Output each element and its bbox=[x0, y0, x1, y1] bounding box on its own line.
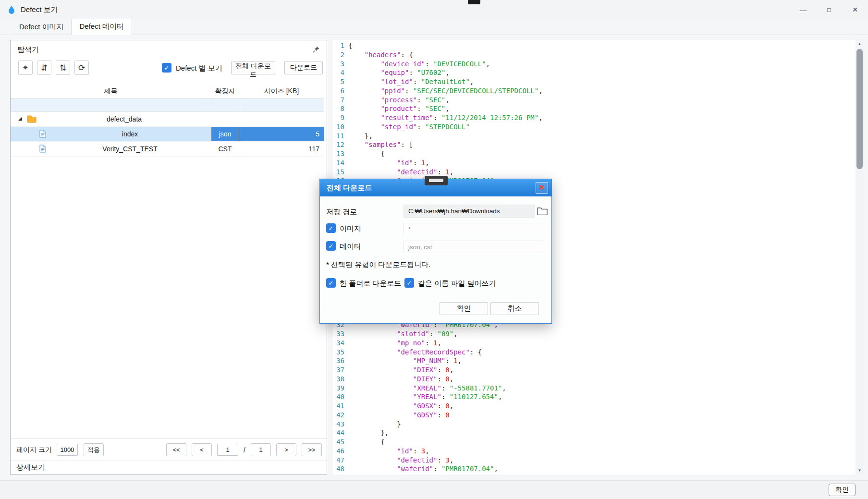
code-line: 38 "DIEY": 0, bbox=[333, 375, 856, 384]
column-header-ext[interactable]: 확장자 bbox=[211, 85, 239, 98]
code-token bbox=[348, 447, 397, 455]
explorer-title: 탐색기 bbox=[17, 45, 39, 54]
refresh-button[interactable]: ⟳ bbox=[74, 61, 89, 75]
total-pages: 1 bbox=[251, 443, 271, 456]
row-title: defect_data bbox=[37, 115, 211, 123]
line-number: 11 bbox=[333, 132, 344, 141]
dialog-close-button[interactable]: ✕ bbox=[536, 182, 548, 194]
code-token: "product" bbox=[380, 105, 417, 112]
tab-defect-data[interactable]: Defect 데이터 bbox=[72, 19, 133, 35]
line-number: 7 bbox=[333, 96, 344, 105]
code-token: : bbox=[441, 393, 450, 401]
overwrite-checkbox[interactable] bbox=[404, 278, 414, 288]
scrollbar-thumb[interactable] bbox=[856, 49, 863, 169]
collapse-all-button[interactable]: ⇅ bbox=[56, 61, 70, 75]
code-line: 46 "id": 3, bbox=[333, 447, 856, 456]
code-token bbox=[348, 69, 380, 76]
code-line: 9 "result_time": "11/12/2014 12:57:26 PM… bbox=[333, 113, 856, 122]
code-token bbox=[348, 96, 380, 104]
pagination-bar: 페이지 크기 적용 << < / 1 > >> bbox=[11, 438, 327, 461]
code-token bbox=[348, 168, 397, 176]
line-number: 5 bbox=[333, 77, 344, 86]
scroll-up-icon[interactable]: ▲ bbox=[856, 40, 864, 48]
next-page-button[interactable]: > bbox=[276, 443, 296, 456]
line-content: "lot_id": "DefaultLot", bbox=[348, 77, 474, 86]
maximize-button[interactable]: □ bbox=[816, 0, 842, 19]
line-content: "process": "SEC", bbox=[348, 96, 450, 105]
data-checkbox[interactable] bbox=[326, 241, 336, 251]
code-token bbox=[348, 87, 380, 95]
code-token: : bbox=[437, 402, 445, 410]
column-header-title[interactable]: 제목 bbox=[11, 85, 211, 98]
download-button[interactable]: 다운로드 bbox=[284, 61, 323, 74]
footer-ok-button[interactable]: 확인 bbox=[829, 484, 856, 496]
page-size-input[interactable] bbox=[57, 444, 78, 456]
current-page-input[interactable] bbox=[217, 444, 238, 456]
close-window-button[interactable]: × bbox=[842, 0, 868, 19]
filter-title-input[interactable] bbox=[11, 98, 211, 112]
tree-expander-icon[interactable]: ◢ bbox=[18, 116, 22, 121]
code-token bbox=[348, 60, 380, 68]
image-checkbox[interactable] bbox=[326, 223, 336, 233]
image-filter-input[interactable] bbox=[403, 223, 545, 235]
line-content: "id": 1, bbox=[348, 158, 429, 168]
footer-bar: 확인 bbox=[0, 480, 868, 499]
code-scrollbar[interactable]: ▲ ▼ bbox=[856, 40, 864, 475]
explorer-header: 탐색기 bbox=[11, 40, 327, 59]
code-token: 0 bbox=[445, 402, 449, 410]
code-token: "110127.654" bbox=[450, 393, 498, 401]
save-path-input[interactable] bbox=[403, 205, 535, 218]
detail-view-label[interactable]: 상세보기 bbox=[16, 463, 45, 472]
line-number: 9 bbox=[333, 113, 344, 122]
tab-defect-image[interactable]: Defect 이미지 bbox=[12, 20, 72, 35]
line-number: 3 bbox=[333, 60, 344, 69]
dialog-cancel-button[interactable]: 취소 bbox=[490, 302, 539, 315]
image-label: 이미지 bbox=[340, 224, 361, 233]
row-title: Verity_CST_TEST bbox=[49, 145, 211, 153]
line-content: "GDSX": 0, bbox=[348, 402, 453, 411]
filter-size-input[interactable] bbox=[239, 98, 324, 112]
cell-ext bbox=[211, 112, 239, 126]
code-token: : bbox=[417, 96, 425, 104]
last-page-button[interactable]: >> bbox=[302, 443, 322, 456]
minimize-button[interactable]: — bbox=[790, 0, 816, 19]
line-number: 34 bbox=[333, 339, 344, 348]
one-folder-checkbox[interactable] bbox=[326, 278, 336, 288]
apply-button[interactable]: 적용 bbox=[84, 443, 104, 456]
dialog-ok-button[interactable]: 확인 bbox=[440, 302, 488, 315]
code-line: 8 "product": "SEC", bbox=[333, 104, 856, 113]
code-token: "mp_no" bbox=[397, 339, 425, 347]
filter-ext-input[interactable] bbox=[211, 98, 239, 112]
line-number: 1 bbox=[333, 41, 344, 50]
tree-row-folder[interactable]: ◢ defect_data bbox=[11, 112, 324, 127]
line-content: "headers": { bbox=[348, 50, 413, 60]
per-defect-checkbox[interactable] bbox=[162, 63, 171, 73]
code-line: 33 "slotid": "09", bbox=[333, 329, 856, 339]
locate-button[interactable]: ⌖ bbox=[18, 61, 33, 75]
code-token: , bbox=[498, 393, 502, 401]
code-token bbox=[348, 51, 365, 59]
pin-icon[interactable] bbox=[312, 46, 320, 53]
code-token: : bbox=[433, 114, 441, 122]
code-token: }, bbox=[348, 429, 389, 437]
code-token: : bbox=[425, 339, 433, 347]
column-header-size[interactable]: 사이즈 [KB] bbox=[239, 85, 324, 98]
first-page-button[interactable]: << bbox=[166, 443, 186, 456]
download-all-button[interactable]: 전체 다운로드 bbox=[231, 61, 275, 74]
browse-folder-button[interactable] bbox=[536, 205, 549, 217]
expand-all-button[interactable]: ⇵ bbox=[37, 61, 51, 75]
code-token: : bbox=[437, 375, 445, 383]
pin-icon-svg bbox=[312, 46, 320, 53]
code-token: : { bbox=[470, 348, 482, 356]
line-number: 4 bbox=[333, 68, 344, 77]
tree-row-index[interactable]: index json 5 bbox=[11, 127, 324, 142]
tree-row-verity[interactable]: Verity_CST_TEST CST 117 bbox=[11, 142, 324, 157]
line-content: }, bbox=[348, 428, 389, 438]
code-token: }, bbox=[348, 132, 373, 140]
code-token: , bbox=[445, 96, 449, 104]
prev-page-button[interactable]: < bbox=[192, 443, 212, 456]
code-token: } bbox=[348, 420, 401, 428]
scroll-down-icon[interactable]: ▼ bbox=[856, 466, 864, 475]
code-line: 13 { bbox=[333, 149, 856, 158]
data-filter-input[interactable] bbox=[403, 241, 545, 253]
